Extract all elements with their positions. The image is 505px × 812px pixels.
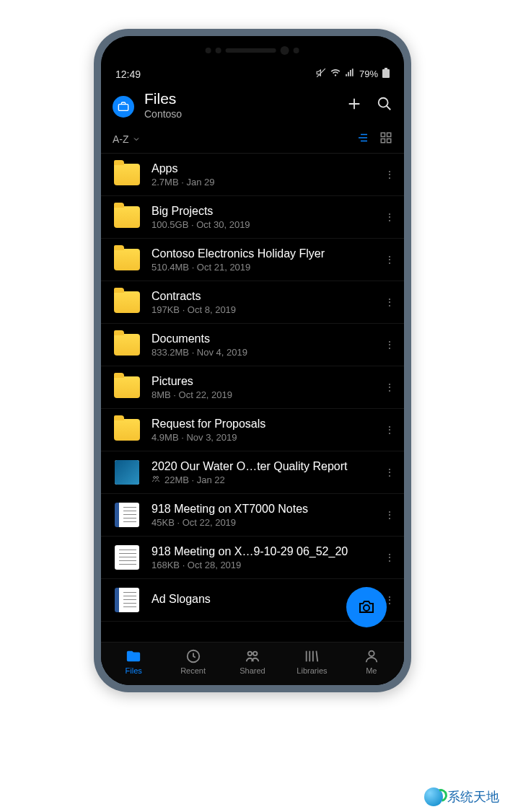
nav-libraries[interactable]: Libraries <box>282 648 341 675</box>
file-row[interactable]: Contracts197KB · Oct 8, 2019⋮ <box>101 281 404 324</box>
phone-frame: 12:49 79% <box>94 29 411 692</box>
folder-icon <box>113 288 141 316</box>
add-button[interactable] <box>346 96 362 115</box>
folder-icon <box>113 203 141 231</box>
file-row[interactable]: Contoso Electronics Holiday Flyer510.4MB… <box>101 239 404 281</box>
file-meta: 2.7MB · Jan 29 <box>152 177 372 187</box>
file-name: 918 Meeting on X…9-10-29 06_52_20 <box>152 545 372 558</box>
status-time: 12:49 <box>115 69 141 80</box>
grid-view-button[interactable] <box>379 131 392 147</box>
file-meta: 197KB · Oct 8, 2019 <box>152 304 372 315</box>
file-row[interactable]: Apps2.7MB · Jan 29⋮ <box>101 154 404 196</box>
file-name: Pictures <box>152 375 372 388</box>
battery-icon <box>382 68 390 80</box>
file-name: Documents <box>152 332 372 345</box>
file-body: 918 Meeting on XT7000 Notes45KB · Oct 22… <box>152 503 372 528</box>
file-row[interactable]: 918 Meeting on X…9-10-29 06_52_20168KB ·… <box>101 537 404 579</box>
controls-bar: A-Z <box>101 125 404 154</box>
file-meta: 510.4MB · Oct 21, 2019 <box>152 262 372 273</box>
file-body: Ad Slogans <box>152 593 372 607</box>
shared-indicator-icon <box>152 475 160 485</box>
file-row[interactable]: Request for Proposals4.9MB · Nov 3, 2019… <box>101 409 404 451</box>
header: Files Contoso <box>101 86 404 125</box>
svg-rect-14 <box>387 139 391 143</box>
more-button[interactable]: ⋮ <box>382 173 397 176</box>
header-titles: Files Contoso <box>144 90 336 120</box>
file-meta: 833.2MB · Nov 4, 2019 <box>152 347 372 358</box>
file-body: Documents833.2MB · Nov 4, 2019 <box>152 332 372 358</box>
list-view-button[interactable] <box>356 131 369 147</box>
mute-icon <box>316 68 326 80</box>
globe-icon <box>424 787 443 806</box>
file-row[interactable]: 918 Meeting on XT7000 Notes45KB · Oct 22… <box>101 494 404 537</box>
status-right: 79% <box>316 68 390 80</box>
file-list[interactable]: Apps2.7MB · Jan 29⋮Big Projects100.5GB ·… <box>101 154 404 642</box>
file-row[interactable]: 2020 Our Water O…ter Quality Report22MB … <box>101 451 404 494</box>
more-button[interactable]: ⋮ <box>382 343 397 346</box>
file-name: Request for Proposals <box>152 418 372 431</box>
file-meta: 45KB · Oct 22, 2019 <box>152 517 372 528</box>
svg-rect-12 <box>387 133 391 136</box>
file-body: Contracts197KB · Oct 8, 2019 <box>152 290 372 315</box>
file-meta: 8MB · Oct 22, 2019 <box>152 389 372 400</box>
folder-icon <box>113 246 141 273</box>
file-thumbnail <box>113 459 141 486</box>
page-subtitle: Contoso <box>144 108 336 120</box>
svg-point-19 <box>248 652 252 656</box>
file-row[interactable]: Documents833.2MB · Nov 4, 2019⋮ <box>101 324 404 366</box>
nav-files[interactable]: Files <box>104 648 163 675</box>
file-body: 2020 Our Water O…ter Quality Report22MB … <box>152 460 372 485</box>
more-button[interactable]: ⋮ <box>382 556 397 559</box>
watermark-text: 系统天地 <box>447 788 499 806</box>
file-meta: 100.5GB · Oct 30, 2019 <box>152 219 372 230</box>
svg-point-6 <box>379 97 388 107</box>
file-meta: 4.9MB · Nov 3, 2019 <box>152 432 372 443</box>
file-name: Big Projects <box>152 205 372 218</box>
signal-icon <box>345 68 355 80</box>
more-button[interactable]: ⋮ <box>382 258 397 261</box>
file-name: Contracts <box>152 290 372 303</box>
shared-icon <box>245 648 260 664</box>
file-name: 2020 Our Water O…ter Quality Report <box>152 460 372 473</box>
more-button[interactable]: ⋮ <box>382 386 397 389</box>
person-icon <box>364 648 379 664</box>
file-name: Apps <box>152 162 372 175</box>
nav-label: Files <box>126 666 142 675</box>
svg-rect-3 <box>118 104 128 110</box>
svg-point-17 <box>364 605 369 611</box>
svg-rect-11 <box>381 133 385 136</box>
libraries-icon <box>304 648 320 664</box>
more-button[interactable]: ⋮ <box>382 428 397 431</box>
battery-label: 79% <box>359 69 378 79</box>
folder-icon <box>113 331 141 358</box>
nav-recent[interactable]: Recent <box>163 648 222 675</box>
file-row[interactable]: Pictures8MB · Oct 22, 2019⋮ <box>101 366 404 409</box>
chevron-down-icon <box>132 135 141 144</box>
folder-icon <box>113 416 141 443</box>
clock-icon <box>185 648 201 664</box>
file-body: Request for Proposals4.9MB · Nov 3, 2019 <box>152 418 372 443</box>
more-button[interactable]: ⋮ <box>382 301 397 304</box>
more-button[interactable]: ⋮ <box>382 471 397 474</box>
file-body: Contoso Electronics Holiday Flyer510.4MB… <box>152 247 372 273</box>
file-row[interactable]: Big Projects100.5GB · Oct 30, 2019⋮ <box>101 196 404 239</box>
camera-fab[interactable] <box>346 587 387 627</box>
more-button[interactable]: ⋮ <box>382 216 397 219</box>
nav-label: Me <box>366 666 377 675</box>
sort-label-text: A-Z <box>113 133 129 145</box>
briefcase-icon[interactable] <box>113 96 134 118</box>
nav-shared[interactable]: Shared <box>223 648 282 675</box>
files-icon <box>126 648 141 664</box>
svg-point-15 <box>154 476 156 478</box>
file-thumbnail <box>113 501 141 529</box>
status-bar: 12:49 79% <box>101 65 404 86</box>
search-button[interactable] <box>377 96 392 115</box>
nav-me[interactable]: Me <box>342 648 401 675</box>
file-body: Pictures8MB · Oct 22, 2019 <box>152 375 372 400</box>
file-meta: 168KB · Oct 28, 2019 <box>152 560 372 570</box>
more-button[interactable]: ⋮ <box>382 513 397 516</box>
file-body: Big Projects100.5GB · Oct 30, 2019 <box>152 205 372 230</box>
camera-icon <box>358 599 375 616</box>
sort-button[interactable]: A-Z <box>113 133 346 145</box>
file-thumbnail <box>113 586 141 614</box>
